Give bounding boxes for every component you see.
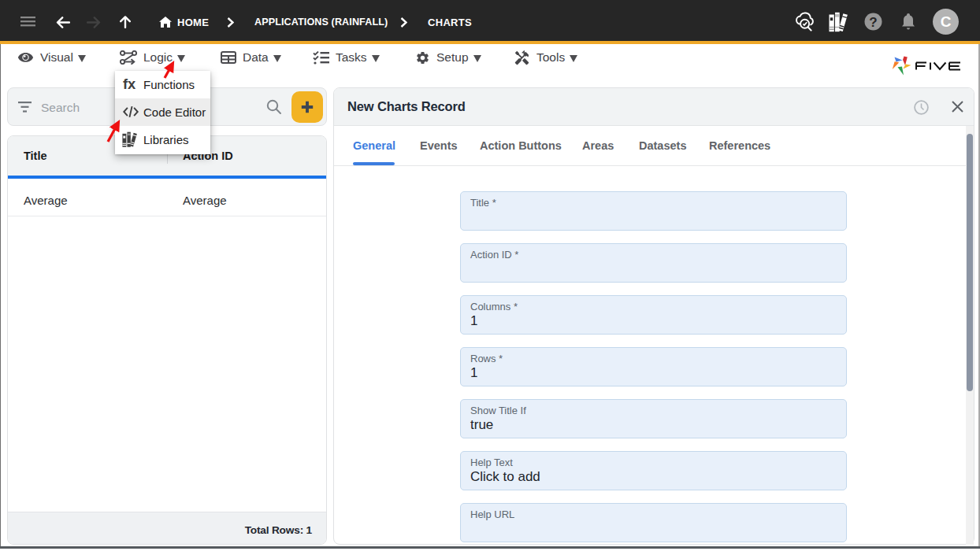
svg-text:fx: fx (123, 76, 136, 92)
svg-text:?: ? (869, 15, 877, 30)
